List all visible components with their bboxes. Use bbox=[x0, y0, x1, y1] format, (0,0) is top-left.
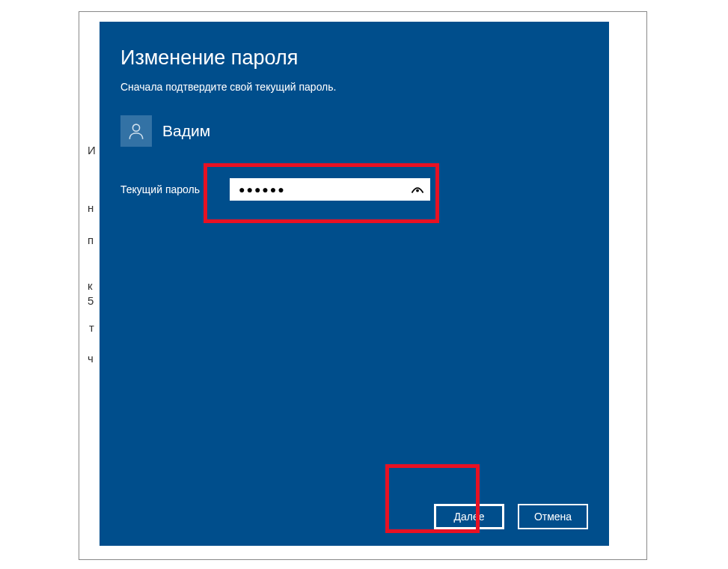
avatar bbox=[120, 115, 152, 147]
change-password-dialog: Изменение пароля Сначала подтвердите сво… bbox=[100, 22, 609, 546]
eye-icon bbox=[411, 185, 424, 194]
current-password-label: Текущий пароль bbox=[120, 183, 230, 195]
username-label: Вадим bbox=[162, 122, 210, 140]
button-bar: Далее Отмена bbox=[434, 504, 588, 529]
person-icon bbox=[126, 121, 146, 141]
reveal-password-button[interactable] bbox=[406, 180, 429, 199]
user-row: Вадим bbox=[120, 115, 588, 147]
password-input-wrap bbox=[230, 178, 430, 201]
svg-point-0 bbox=[132, 124, 139, 131]
current-password-input[interactable] bbox=[231, 180, 406, 199]
svg-point-1 bbox=[416, 189, 419, 192]
next-button[interactable]: Далее bbox=[434, 504, 504, 529]
dialog-title: Изменение пароля bbox=[120, 46, 588, 70]
current-password-row: Текущий пароль bbox=[120, 178, 588, 201]
cancel-button[interactable]: Отмена bbox=[518, 504, 588, 529]
dialog-subtitle: Сначала подтвердите свой текущий пароль. bbox=[120, 81, 588, 93]
